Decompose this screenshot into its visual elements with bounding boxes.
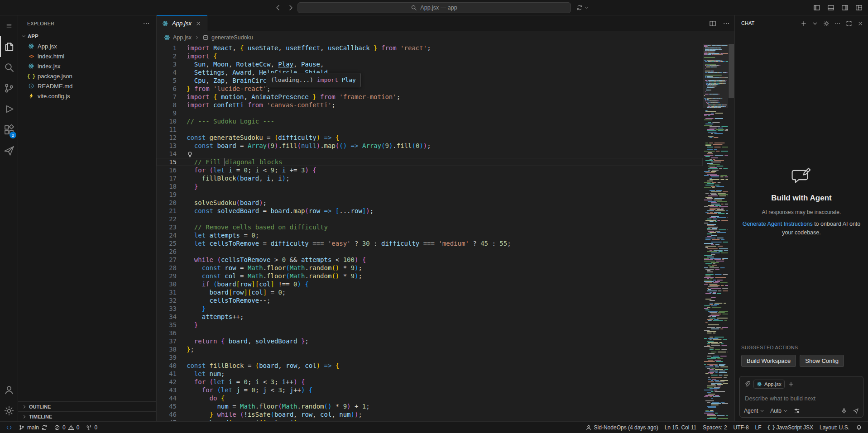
line-number[interactable]: 5 — [157, 76, 177, 85]
line-number[interactable]: 30 — [157, 280, 177, 288]
back-icon[interactable] — [274, 4, 282, 11]
line-number[interactable]: 1 — [157, 44, 177, 52]
editor-scrollbar[interactable] — [728, 44, 734, 421]
code-line-38[interactable]: 38}; — [157, 345, 703, 353]
file-index.html[interactable]: <>index.html — [18, 51, 156, 61]
code-line-37[interactable]: 37 return { board, solvedBoard }; — [157, 337, 703, 345]
show-config-button[interactable]: Show Config — [800, 355, 844, 367]
line-number[interactable]: 18 — [157, 182, 177, 190]
code-line-43[interactable]: 43 for (let j = 0; j < 3; j++) { — [157, 386, 703, 394]
activity-item-settings[interactable] — [0, 400, 18, 421]
split-icon[interactable] — [709, 20, 716, 27]
line-number[interactable]: 24 — [157, 231, 177, 239]
line-number[interactable]: 25 — [157, 239, 177, 247]
code-line-32[interactable]: 32 cellsToRemove--; — [157, 296, 703, 305]
activity-item-search[interactable] — [0, 57, 18, 78]
tools-icon[interactable] — [794, 408, 800, 414]
add-context-icon[interactable] — [788, 381, 794, 387]
line-number[interactable]: 22 — [157, 215, 177, 223]
code-line-7[interactable]: 7import { motion, AnimatePresence } from… — [157, 93, 703, 101]
code-line-36[interactable]: 36 — [157, 329, 703, 337]
line-number[interactable]: 46 — [157, 410, 177, 419]
status-indentation[interactable]: Spaces: 2 — [700, 422, 730, 433]
status-eol[interactable]: LF — [752, 422, 765, 433]
code-line-27[interactable]: 27 while (cellsToRemove > 0 && attempts … — [157, 256, 703, 264]
build-workspace-button[interactable]: Build Workspace — [741, 355, 796, 367]
status-blame[interactable]: Sid-NodeOps (4 days ago) — [582, 422, 662, 433]
code-line-5[interactable]: 5 Cpu, Zap, BrainCircuit — [157, 76, 703, 85]
panel-right-icon[interactable] — [841, 4, 849, 11]
line-number[interactable]: 39 — [157, 353, 177, 362]
ellipsis-icon[interactable] — [723, 20, 730, 27]
tab-chat[interactable]: CHAT — [741, 15, 754, 31]
file-vite.config.js[interactable]: vite.config.js — [18, 91, 156, 101]
code-line-13[interactable]: 13 const board = Array(9).fill(null).map… — [157, 142, 703, 150]
code-line-3[interactable]: 3 Sun, Moon, RotateCcw, Play, Pause, — [157, 60, 703, 68]
code-line-20[interactable]: 20 solveSudoku(board); — [157, 199, 703, 207]
chevron-down-icon[interactable] — [812, 20, 818, 27]
line-number[interactable]: 17 — [157, 174, 177, 182]
line-number[interactable]: 26 — [157, 247, 177, 256]
line-number[interactable]: 31 — [157, 288, 177, 296]
line-number[interactable]: 38 — [157, 345, 177, 353]
line-number[interactable]: 33 — [157, 305, 177, 313]
code-line-4[interactable]: 4 Settings, Award, HelpCircle, Shield, — [157, 68, 703, 76]
expand-icon[interactable] — [846, 20, 852, 27]
line-number[interactable]: 15 — [157, 158, 177, 166]
code-line-44[interactable]: 44 do { — [157, 394, 703, 402]
line-number[interactable]: 41 — [157, 370, 177, 378]
status-branch[interactable]: main — [15, 422, 51, 433]
file-package.json[interactable]: { }package.json — [18, 71, 156, 81]
attach-icon[interactable] — [744, 381, 750, 387]
code-line-6[interactable]: 6} from 'lucide-react'; — [157, 85, 703, 93]
line-number[interactable]: 44 — [157, 394, 177, 402]
code-line-18[interactable]: 18 } — [157, 182, 703, 190]
chevron-down-icon[interactable] — [584, 5, 589, 10]
activity-item-accounts[interactable] — [0, 380, 18, 400]
code-line-25[interactable]: 25 let cellsToRemove = difficulty === 'e… — [157, 239, 703, 247]
line-number[interactable]: 42 — [157, 378, 177, 386]
tab-app-jsx[interactable]: App.jsx — [157, 15, 207, 31]
code-line-8[interactable]: 8import confetti from 'canvas-confetti'; — [157, 101, 703, 109]
code-line-30[interactable]: 30 if (board[row][col] !== 0) { — [157, 280, 703, 288]
code-line-11[interactable]: 11 — [157, 125, 703, 133]
ellipsis-icon[interactable] — [834, 20, 841, 27]
command-center[interactable]: App.jsx — app — [297, 2, 571, 13]
line-number[interactable]: 37 — [157, 337, 177, 345]
activity-item-source-control[interactable] — [0, 78, 18, 99]
line-number[interactable]: 6 — [157, 85, 177, 93]
code-editor[interactable]: 1import React, { useState, useEffect, us… — [157, 44, 703, 421]
line-number[interactable]: 35 — [157, 321, 177, 329]
code-line-19[interactable]: 19 — [157, 190, 703, 199]
close-icon[interactable] — [857, 20, 863, 27]
code-line-29[interactable]: 29 const col = Math.floor(Math.random() … — [157, 272, 703, 280]
code-line-10[interactable]: 10// --- Sudoku Logic --- — [157, 117, 703, 125]
line-number[interactable]: 8 — [157, 101, 177, 109]
code-line-14[interactable]: 14 — [157, 150, 703, 158]
line-number[interactable]: 27 — [157, 256, 177, 264]
status-notifications[interactable] — [853, 422, 865, 433]
activity-item-remote[interactable] — [0, 140, 18, 161]
lightbulb-icon[interactable] — [187, 151, 193, 158]
code-line-42[interactable]: 42 for (let i = 0; i < 3; i++) { — [157, 378, 703, 386]
code-line-41[interactable]: 41 let num; — [157, 370, 703, 378]
file-README.md[interactable]: README.md — [18, 81, 156, 91]
folder-app[interactable]: APP — [18, 31, 156, 41]
code-line-31[interactable]: 31 board[row][col] = 0; — [157, 288, 703, 296]
outline-section[interactable]: OUTLINE — [18, 401, 156, 411]
code-line-2[interactable]: 2import { — [157, 52, 703, 60]
code-line-23[interactable]: 23 // Remove cells based on difficulty — [157, 223, 703, 231]
line-number[interactable]: 9 — [157, 109, 177, 117]
line-number[interactable]: 43 — [157, 386, 177, 394]
line-number[interactable]: 23 — [157, 223, 177, 231]
context-chip-app-jsx[interactable]: App.jsx — [753, 380, 785, 389]
agent-mode-dropdown[interactable]: Agent — [744, 408, 765, 414]
status-problems[interactable]: 00 — [51, 422, 82, 433]
layout-icon[interactable] — [855, 4, 863, 11]
minimap-viewport[interactable] — [703, 44, 728, 108]
file-App.jsx[interactable]: App.jsx — [18, 41, 156, 51]
sync-icon[interactable] — [576, 5, 583, 11]
scrollbar-thumb[interactable] — [729, 44, 734, 98]
timeline-section[interactable]: TIMELINE — [18, 411, 156, 421]
code-line-16[interactable]: 16 for (let i = 0; i < 9; i += 3) { — [157, 166, 703, 174]
